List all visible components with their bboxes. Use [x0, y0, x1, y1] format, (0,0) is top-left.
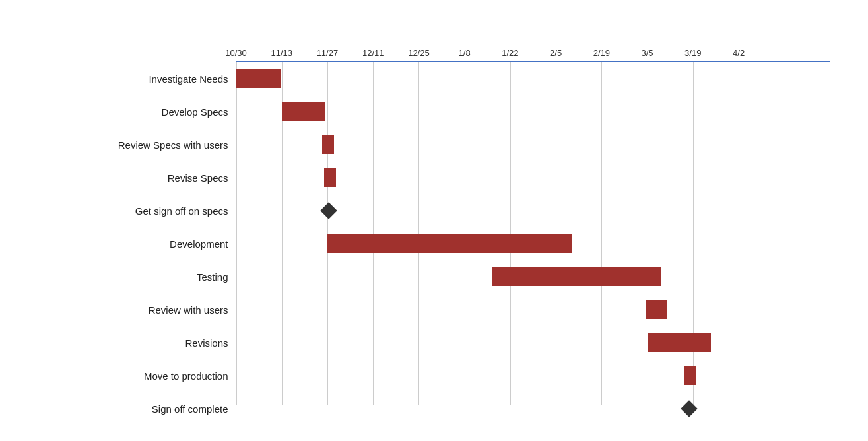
- gantt-row-0: [236, 62, 830, 95]
- date-label-1-8: 1/8: [459, 48, 471, 58]
- date-label-10-30: 10/30: [225, 48, 247, 58]
- date-header: 10/3011/1311/2712/1112/251/81/222/52/193…: [236, 36, 830, 62]
- gantt-row-9: [236, 359, 830, 392]
- gantt-row-1: [236, 95, 830, 128]
- task-label-3: Revise Specs: [25, 161, 236, 194]
- date-label-11-13: 11/13: [271, 48, 292, 58]
- gantt-bar-6: [492, 267, 661, 286]
- date-label-1-22: 1/22: [502, 48, 518, 58]
- gantt-row-6: [236, 260, 830, 293]
- gantt-row-7: [236, 293, 830, 326]
- rows-area: [236, 62, 830, 405]
- gantt-row-2: [236, 128, 830, 161]
- task-label-5: Development: [25, 227, 236, 260]
- date-label-3-5: 3/5: [642, 48, 653, 58]
- milestone-diamond-10: [681, 400, 697, 417]
- gantt-bar-7: [646, 300, 667, 319]
- chart-area: 10/3011/1311/2712/1112/251/81/222/52/193…: [236, 36, 830, 405]
- task-label-2: Review Specs with users: [25, 128, 236, 161]
- labels-column: Investigate NeedsDevelop SpecsReview Spe…: [25, 62, 236, 425]
- task-label-6: Testing: [25, 260, 236, 293]
- milestone-diamond-4: [320, 202, 337, 219]
- date-label-12-25: 12/25: [408, 48, 430, 58]
- date-label-12-11: 12/11: [362, 48, 384, 58]
- date-label-3-19: 3/19: [684, 48, 701, 58]
- task-label-9: Move to production: [25, 359, 236, 392]
- date-label-11-27: 11/27: [317, 48, 339, 58]
- date-label-2-19: 2/19: [593, 48, 610, 58]
- gantt-bar-1: [282, 102, 325, 121]
- gantt-bar-3: [324, 168, 336, 187]
- gantt-row-3: [236, 161, 830, 194]
- task-label-0: Investigate Needs: [25, 62, 236, 95]
- gantt-bar-0: [236, 69, 281, 88]
- date-label-4-2: 4/2: [733, 48, 745, 58]
- task-label-4: Get sign off on specs: [25, 194, 236, 227]
- chart-inner: Investigate NeedsDevelop SpecsReview Spe…: [25, 36, 830, 405]
- gantt-bar-8: [648, 333, 712, 352]
- chart-container: Investigate NeedsDevelop SpecsReview Spe…: [12, 9, 857, 432]
- date-label-2-5: 2/5: [550, 48, 562, 58]
- gantt-bar-5: [327, 234, 572, 253]
- gantt-row-4: [236, 194, 830, 227]
- gantt-row-5: [236, 227, 830, 260]
- task-label-8: Revisions: [25, 326, 236, 359]
- task-label-1: Develop Specs: [25, 95, 236, 128]
- gantt-bar-2: [322, 135, 334, 154]
- gantt-row-10: [236, 392, 830, 425]
- gantt-bar-9: [684, 366, 696, 385]
- task-label-7: Review with users: [25, 293, 236, 326]
- gantt-row-8: [236, 326, 830, 359]
- task-label-10: Sign off complete: [25, 392, 236, 425]
